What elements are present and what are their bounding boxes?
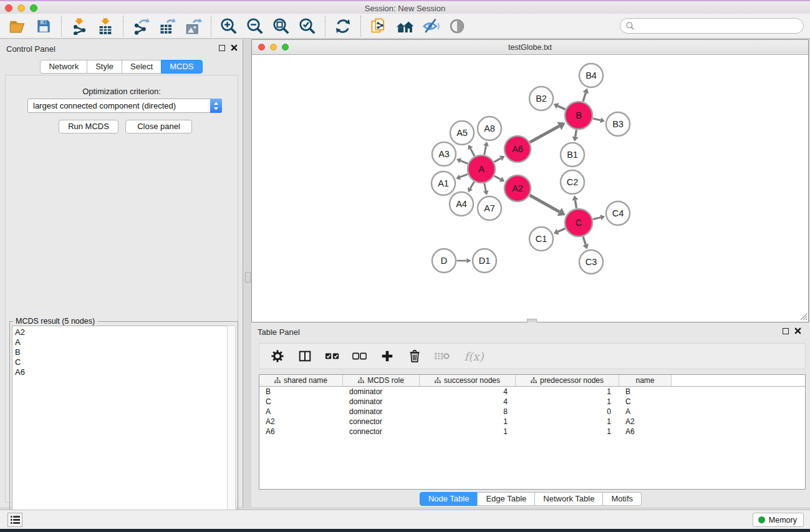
- table-cell[interactable]: B: [259, 387, 343, 397]
- delete-column-button[interactable]: [404, 346, 425, 366]
- select-all-rows-button[interactable]: [322, 346, 343, 366]
- deselect-all-rows-button[interactable]: [349, 346, 370, 366]
- table-cell[interactable]: 1: [420, 427, 516, 437]
- mcds-result-list[interactable]: A2ABCA6: [12, 326, 227, 532]
- tab-edge-table[interactable]: Edge Table: [477, 492, 535, 506]
- function-builder-button[interactable]: f(x): [459, 346, 489, 366]
- table-cell[interactable]: 1: [420, 417, 516, 427]
- table-row[interactable]: Cdominator41C: [259, 397, 805, 407]
- table-cell[interactable]: 4: [420, 387, 516, 397]
- graph-edge[interactable]: [583, 93, 586, 102]
- table-cell[interactable]: [672, 387, 805, 397]
- graph-node-C2[interactable]: C2: [561, 170, 584, 194]
- graph-edge[interactable]: [485, 146, 486, 155]
- search-input[interactable]: [635, 20, 803, 32]
- graph-node-B[interactable]: B: [565, 102, 592, 129]
- table-cell[interactable]: A: [619, 407, 672, 417]
- graph-edge[interactable]: [470, 181, 474, 188]
- table-cell[interactable]: [672, 427, 805, 437]
- zoom-out-button[interactable]: [244, 16, 266, 37]
- table-cell[interactable]: 1: [516, 417, 619, 427]
- search-field[interactable]: [620, 18, 804, 34]
- table-cell[interactable]: 1: [516, 397, 619, 407]
- table-row[interactable]: A2connector11A2: [259, 417, 805, 427]
- graph-edge[interactable]: [530, 195, 559, 212]
- tab-motifs[interactable]: Motifs: [602, 492, 642, 506]
- titlebar[interactable]: Session: New Session: [0, 0, 810, 14]
- table-cell[interactable]: dominator: [343, 407, 420, 417]
- memory-button[interactable]: Memory: [753, 513, 804, 527]
- close-panel-icon[interactable]: [231, 44, 238, 51]
- table-cell[interactable]: dominator: [343, 387, 420, 397]
- table-cell[interactable]: 1: [516, 427, 619, 437]
- table-cell[interactable]: A6: [619, 427, 672, 437]
- delete-table-button[interactable]: [432, 346, 453, 366]
- table-cell[interactable]: [672, 397, 805, 407]
- mcds-result-item[interactable]: B: [15, 347, 227, 357]
- export-network-button[interactable]: [130, 16, 152, 37]
- graph-node-B1[interactable]: B1: [561, 143, 584, 167]
- resize-grip-icon[interactable]: [799, 312, 808, 321]
- graph-edge[interactable]: [530, 126, 559, 142]
- table-cell[interactable]: connector: [343, 427, 420, 437]
- graph-node-A[interactable]: A: [468, 155, 495, 183]
- table-cell[interactable]: C: [259, 397, 343, 407]
- table-cell[interactable]: 0: [516, 407, 619, 417]
- network-canvas[interactable]: B4B2BB3A5A8A6B1A3AA1C2A2A4A7C4CC1C3DD1: [252, 55, 808, 321]
- mcds-result-item[interactable]: A: [15, 337, 227, 347]
- refresh-layout-button[interactable]: [332, 16, 354, 37]
- tab-select[interactable]: Select: [122, 60, 162, 74]
- graph-edge[interactable]: [460, 174, 468, 177]
- import-table-button[interactable]: [94, 16, 117, 37]
- graph-edge[interactable]: [558, 228, 566, 231]
- home-button[interactable]: [393, 16, 416, 37]
- graph-node-A8[interactable]: A8: [478, 117, 501, 140]
- table-row[interactable]: Adominator80A: [259, 407, 805, 417]
- graph-node-B3[interactable]: B3: [606, 112, 630, 136]
- graph-node-A7[interactable]: A7: [478, 196, 501, 220]
- result-scrollbar[interactable]: [227, 326, 236, 532]
- table-cell[interactable]: [672, 417, 805, 427]
- zoom-fit-button[interactable]: [270, 16, 292, 37]
- zoom-in-button[interactable]: [218, 16, 240, 37]
- mcds-result-item[interactable]: C: [15, 357, 227, 367]
- graph-edge[interactable]: [557, 106, 565, 109]
- table-cell[interactable]: 8: [420, 407, 516, 417]
- col-successor-nodes[interactable]: successor nodes: [420, 375, 516, 386]
- graph-node-A4[interactable]: A4: [450, 192, 473, 216]
- float-panel-icon[interactable]: [219, 45, 225, 51]
- optimization-criterion-dropdown[interactable]: largest connected component (directed): [27, 99, 222, 113]
- graph-edge[interactable]: [494, 158, 501, 162]
- table-cell[interactable]: C: [619, 397, 672, 407]
- table-cell[interactable]: 1: [516, 387, 619, 397]
- graph-node-C1[interactable]: C1: [529, 227, 553, 251]
- graph-edge[interactable]: [485, 183, 486, 191]
- graph-node-A1[interactable]: A1: [432, 172, 455, 195]
- network-window-titlebar[interactable]: testGlobe.txt: [252, 40, 808, 55]
- graph-edge[interactable]: [593, 118, 600, 120]
- vertical-splitter-handle[interactable]: [245, 272, 251, 283]
- graph-node-C3[interactable]: C3: [579, 250, 603, 274]
- show-graphics-button[interactable]: [446, 16, 468, 37]
- table-row[interactable]: Bdominator41B: [259, 387, 805, 397]
- table-body[interactable]: Bdominator41BCdominator41CAdominator80AA…: [259, 387, 805, 489]
- table-cell[interactable]: A: [259, 407, 343, 417]
- table-cell[interactable]: dominator: [343, 397, 420, 407]
- graph-node-D[interactable]: D: [432, 249, 456, 273]
- table-row[interactable]: A6connector11A6: [259, 427, 805, 437]
- mcds-result-item[interactable]: A6: [15, 367, 227, 377]
- table-cell[interactable]: A2: [619, 417, 672, 427]
- float-table-panel-icon[interactable]: [783, 328, 789, 334]
- close-table-panel-icon[interactable]: [794, 327, 801, 334]
- graph-edge[interactable]: [460, 161, 468, 164]
- graph-edge[interactable]: [494, 176, 501, 180]
- graph-node-A3[interactable]: A3: [432, 142, 456, 166]
- col-name[interactable]: name: [619, 375, 672, 386]
- graph-edge[interactable]: [583, 236, 586, 244]
- export-image-button[interactable]: [182, 16, 205, 37]
- graph-node-A2[interactable]: A2: [504, 175, 531, 201]
- graph-node-A5[interactable]: A5: [450, 121, 474, 145]
- tab-network[interactable]: Network: [40, 60, 87, 74]
- column-view-button[interactable]: [294, 346, 316, 366]
- import-network-button[interactable]: [68, 16, 90, 37]
